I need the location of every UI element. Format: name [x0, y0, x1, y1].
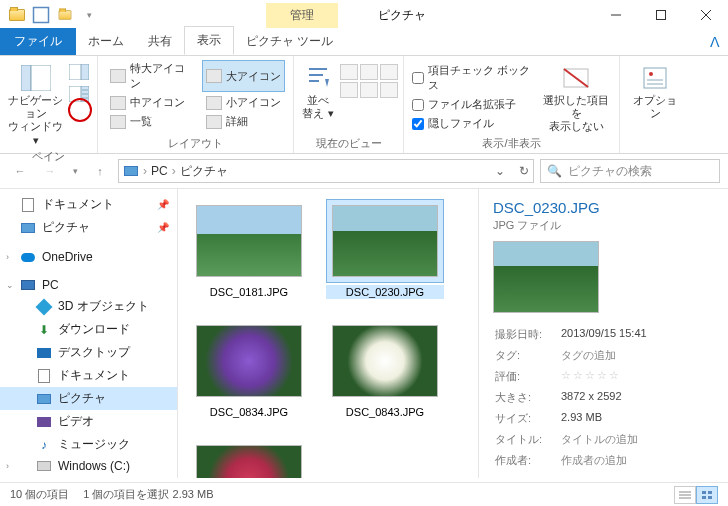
hide-selected-button[interactable]: 選択した項目を 表示しない — [542, 60, 611, 134]
tab-share[interactable]: 共有 — [136, 28, 184, 55]
address-bar-row: ← → ▾ ↑ › PC › ピクチャ ⌄ ↻ 🔍 ピクチャの検索 — [0, 154, 728, 188]
details-title[interactable]: タイトルの追加 — [561, 430, 712, 449]
nav-pictures[interactable]: ピクチャ — [0, 387, 177, 410]
nav-quick-pictures[interactable]: ピクチャ📌 — [0, 216, 177, 239]
layout-small-icons[interactable]: 小アイコン — [202, 94, 285, 111]
options-button[interactable]: オプション — [628, 60, 682, 120]
breadcrumb-pictures[interactable]: ピクチャ — [180, 163, 228, 180]
thumbnail-image — [196, 325, 302, 397]
file-name-label: DSC_0834.JPG — [190, 405, 308, 419]
svg-rect-5 — [21, 65, 31, 91]
address-dropdown-icon[interactable]: ⌄ — [495, 164, 505, 178]
folder-icon — [8, 6, 26, 24]
layout-extra-large-icons[interactable]: 特大アイコン — [106, 60, 198, 92]
thumbnail-image — [332, 205, 438, 277]
contextual-tab-label: 管理 — [266, 3, 338, 28]
thumbnail-image — [332, 325, 438, 397]
title-bar: ▾ 管理 ピクチャ — [0, 0, 728, 30]
pin-icon: 📌 — [157, 199, 169, 210]
qat-dropdown-icon[interactable]: ▾ — [80, 6, 98, 24]
quick-access-toolbar: ▾ — [0, 6, 98, 24]
details-table: 撮影日時:2013/09/15 15:41 タグ:タグの追加 評価:☆☆☆☆☆ … — [493, 323, 714, 472]
main-area: ドキュメント📌 ピクチャ📌 ›OneDrive ⌄PC 3D オブジェクト ⬇ダ… — [0, 188, 728, 478]
details-rating[interactable]: ☆☆☆☆☆ — [561, 367, 712, 386]
refresh-icon[interactable]: ↻ — [519, 164, 529, 178]
details-tags[interactable]: タグの追加 — [561, 346, 712, 365]
details-author[interactable]: 作成者の追加 — [561, 451, 712, 470]
qat-new-folder-icon[interactable] — [56, 6, 74, 24]
nav-pc[interactable]: ⌄PC — [0, 275, 177, 295]
svg-rect-6 — [31, 65, 51, 91]
details-size: 2.93 MB — [561, 409, 712, 428]
ribbon-tabs: ファイル ホーム 共有 表示 ピクチャ ツール ᐱ — [0, 30, 728, 56]
view-details-toggle[interactable] — [674, 486, 696, 504]
nav-3d-objects[interactable]: 3D オブジェクト — [0, 295, 177, 318]
group-current-view-label: 現在のビュー — [302, 134, 395, 151]
file-item[interactable]: DSC_0843.JPG — [326, 319, 444, 419]
group-show-hide-label: 表示/非表示 — [412, 134, 611, 151]
up-button[interactable]: ↑ — [88, 159, 112, 183]
tab-home[interactable]: ホーム — [76, 28, 136, 55]
layout-large-icons[interactable]: 大アイコン — [202, 60, 285, 92]
close-button[interactable] — [683, 0, 728, 30]
thumbnail-image — [196, 445, 302, 478]
nav-onedrive[interactable]: ›OneDrive — [0, 247, 177, 267]
breadcrumb-pc[interactable]: PC — [151, 164, 168, 178]
svg-rect-28 — [708, 491, 712, 494]
tab-picture-tools[interactable]: ピクチャ ツール — [234, 28, 345, 55]
file-name-label: DSC_0230.JPG — [326, 285, 444, 299]
svg-rect-30 — [708, 496, 712, 499]
item-checkboxes-toggle[interactable]: 項目チェック ボックス — [412, 62, 536, 94]
file-extensions-toggle[interactable]: ファイル名拡張子 — [412, 96, 536, 113]
file-list[interactable]: DSC_0181.JPGDSC_0230.JPGDSC_0834.JPGDSC_… — [178, 189, 478, 478]
view-thumbnails-toggle[interactable] — [696, 486, 718, 504]
svg-rect-8 — [81, 64, 89, 80]
qat-properties-icon[interactable] — [32, 6, 50, 24]
status-bar: 10 個の項目 1 個の項目を選択 2.93 MB — [0, 482, 728, 506]
details-dimensions: 3872 x 2592 — [561, 388, 712, 407]
nav-desktop[interactable]: デスクトップ — [0, 341, 177, 364]
svg-rect-29 — [702, 496, 706, 499]
layout-medium-icons[interactable]: 中アイコン — [106, 94, 198, 111]
search-box[interactable]: 🔍 ピクチャの検索 — [540, 159, 720, 183]
hidden-files-toggle[interactable]: 隠しファイル — [412, 115, 536, 132]
navigation-pane-label: ナビゲーション ウィンドウ ▾ — [8, 94, 63, 147]
layout-list[interactable]: 一覧 — [106, 113, 198, 130]
file-item[interactable] — [190, 439, 308, 478]
nav-c-drive[interactable]: ›Windows (C:) — [0, 456, 177, 476]
file-item[interactable]: DSC_0230.JPG — [326, 199, 444, 299]
navigation-pane-button[interactable]: ナビゲーション ウィンドウ ▾ — [8, 60, 63, 147]
maximize-button[interactable] — [638, 0, 683, 30]
nav-videos[interactable]: ビデオ — [0, 410, 177, 433]
current-view-extra-icons[interactable] — [340, 60, 398, 98]
search-placeholder: ピクチャの検索 — [568, 163, 652, 180]
help-collapse-icon[interactable]: ᐱ — [710, 34, 720, 50]
search-icon: 🔍 — [547, 164, 562, 178]
status-item-count: 10 個の項目 — [10, 487, 69, 502]
tab-file[interactable]: ファイル — [0, 28, 76, 55]
svg-rect-2 — [656, 11, 665, 20]
minimize-button[interactable] — [593, 0, 638, 30]
navigation-pane: ドキュメント📌 ピクチャ📌 ›OneDrive ⌄PC 3D オブジェクト ⬇ダ… — [0, 189, 178, 478]
group-panes-label: ペイン — [8, 147, 89, 164]
details-preview-image — [493, 241, 599, 313]
file-name-label: DSC_0181.JPG — [190, 285, 308, 299]
svg-rect-20 — [644, 68, 666, 88]
tab-view[interactable]: 表示 — [184, 26, 234, 55]
address-bar[interactable]: › PC › ピクチャ ⌄ ↻ — [118, 159, 534, 183]
file-item[interactable]: DSC_0834.JPG — [190, 319, 308, 419]
details-pane-icon[interactable] — [69, 86, 89, 104]
status-selection: 1 個の項目を選択 2.93 MB — [83, 487, 213, 502]
layout-details[interactable]: 詳細 — [202, 113, 285, 130]
nav-documents[interactable]: ドキュメント — [0, 364, 177, 387]
nav-music[interactable]: ♪ミュージック — [0, 433, 177, 456]
file-item[interactable]: DSC_0181.JPG — [190, 199, 308, 299]
nav-downloads[interactable]: ⬇ダウンロード — [0, 318, 177, 341]
window-title: ピクチャ — [378, 7, 426, 24]
sort-by-button[interactable]: 並べ替え ▾ — [302, 60, 334, 120]
thumbnail-image — [196, 205, 302, 277]
details-filetype: JPG ファイル — [493, 218, 714, 233]
nav-quick-documents[interactable]: ドキュメント📌 — [0, 193, 177, 216]
details-pane: DSC_0230.JPG JPG ファイル 撮影日時:2013/09/15 15… — [478, 189, 728, 478]
preview-pane-icon[interactable] — [69, 64, 89, 82]
